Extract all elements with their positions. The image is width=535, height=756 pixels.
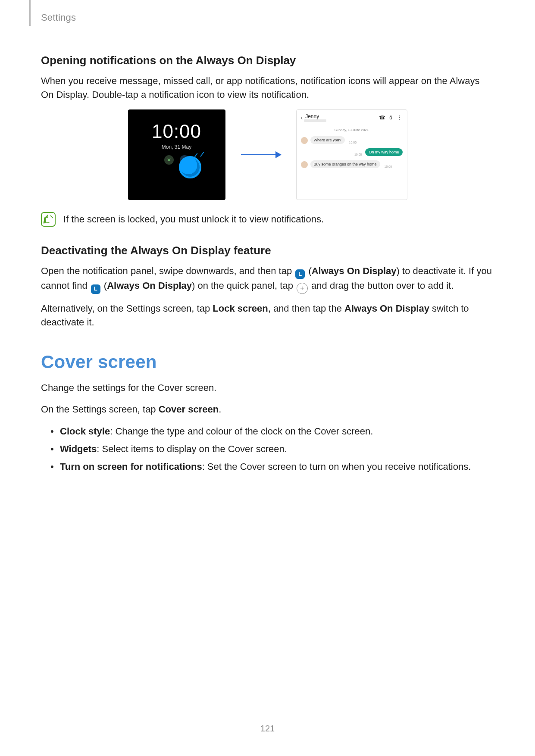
section-label: Settings xyxy=(41,12,76,23)
aod-clock-icon: L xyxy=(295,269,305,279)
paragraph: Alternatively, on the Settings screen, t… xyxy=(41,302,494,329)
chat-bubble-out: On my way home xyxy=(365,148,402,156)
call-icon: ☎ xyxy=(379,115,385,121)
avatar xyxy=(301,137,308,144)
text: Alternatively, on the Settings screen, t… xyxy=(41,303,213,314)
heading-opening-notifications: Opening notifications on the Always On D… xyxy=(41,54,494,67)
chat-contact-name: Jenny xyxy=(305,113,326,119)
bold-text: Turn on screen for notifications xyxy=(60,461,202,472)
paragraph: On the Settings screen, tap Cover screen… xyxy=(41,403,494,416)
bold-text: Cover screen xyxy=(159,404,219,415)
document-page: Settings Opening notifications on the Al… xyxy=(0,0,535,756)
list-item: Turn on screen for notifications: Set th… xyxy=(50,459,494,474)
missed-call-icon: ✕ xyxy=(164,155,174,165)
chat-timestamp: 10:00 xyxy=(385,165,392,168)
text: : Change the type and colour of the cloc… xyxy=(110,426,373,437)
bullet-list: Clock style: Change the type and colour … xyxy=(50,424,494,474)
video-icon: ό xyxy=(388,115,394,121)
aod-date: Mon, 31 May xyxy=(128,144,225,150)
text: ( xyxy=(306,266,311,276)
bold-text: Widgets xyxy=(60,444,97,454)
bold-text: Lock screen xyxy=(213,303,268,314)
text: ( xyxy=(101,280,107,291)
chat-timestamp: 10:00 xyxy=(354,153,362,156)
chat-bubble-in: Buy some oranges on the way home xyxy=(310,160,380,168)
heading-cover-screen: Cover screen xyxy=(41,352,494,372)
note-icon xyxy=(41,212,56,227)
more-icon: ⋮ xyxy=(397,115,403,121)
text: On the Settings screen, tap xyxy=(41,404,159,415)
avatar xyxy=(301,161,308,168)
list-item: Clock style: Change the type and colour … xyxy=(50,424,494,438)
bold-text: Always On Display xyxy=(107,280,192,291)
arrow-right-icon xyxy=(241,154,281,155)
aod-clock: 10:00 xyxy=(128,121,225,142)
header-rule xyxy=(29,0,31,26)
paragraph: Open the notification panel, swipe downw… xyxy=(41,264,494,294)
list-item: Widgets: Select items to display on the … xyxy=(50,442,494,456)
paragraph: Change the settings for the Cover screen… xyxy=(41,381,494,395)
chat-date: Sunday, 13 June 2021 xyxy=(301,128,403,132)
note-callout: If the screen is locked, you must unlock… xyxy=(41,212,494,227)
back-icon: ‹ xyxy=(301,114,303,121)
plus-circle-icon: + xyxy=(297,283,308,294)
bold-text: Always On Display xyxy=(312,266,397,276)
paragraph: When you receive message, missed call, o… xyxy=(41,74,494,102)
figure-row: 10:00 Mon, 31 May ✕ ✉ ⟋⟋ ‹ Jenny xyxy=(41,109,494,200)
bold-text: Clock style xyxy=(60,426,110,437)
text: : Set the Cover screen to turn on when y… xyxy=(202,461,471,472)
page-number: 121 xyxy=(0,724,535,734)
text: , and then tap the xyxy=(268,303,344,314)
figure-aod-screen: 10:00 Mon, 31 May ✕ ✉ ⟋⟋ xyxy=(128,109,225,200)
text: : Select items to display on the Cover s… xyxy=(97,444,287,454)
figure-chat-screen: ‹ Jenny ☎ ό ⋮ Sunday, 13 June 2021 Where… xyxy=(296,109,407,200)
text: Open the notification panel, swipe downw… xyxy=(41,266,294,276)
chat-bubble-in: Where are you? xyxy=(310,136,345,144)
text: . xyxy=(219,404,221,415)
tap-gesture-icon xyxy=(179,156,201,178)
chat-timestamp: 10:00 xyxy=(349,141,357,144)
aod-clock-icon: L xyxy=(91,284,100,294)
heading-deactivating: Deactivating the Always On Display featu… xyxy=(41,244,494,257)
text: and drag the button over to add it. xyxy=(309,280,454,291)
note-text: If the screen is locked, you must unlock… xyxy=(63,214,324,225)
text: ) on the quick panel, tap xyxy=(192,280,296,291)
bold-text: Always On Display xyxy=(344,303,429,314)
